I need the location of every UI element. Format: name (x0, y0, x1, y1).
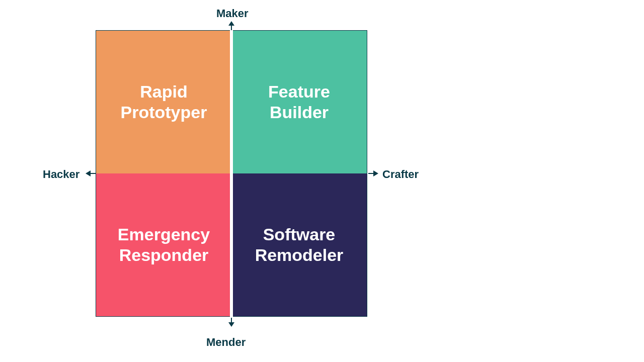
quadrant-bottom-left: Emergency Responder (96, 173, 231, 316)
quadrant-top-left: Rapid Prototyper (96, 31, 231, 173)
svg-marker-5 (86, 170, 91, 176)
axis-label-left: Hacker (43, 168, 79, 181)
arrow-up-icon (227, 21, 235, 30)
axis-label-bottom: Mender (206, 336, 246, 349)
quadrant-top-right: Feature Builder (231, 31, 367, 173)
axis-label-right: Crafter (382, 168, 419, 181)
arrow-down-icon (227, 318, 235, 327)
arrow-left-icon (86, 169, 96, 177)
quadrant-bottom-right: Software Remodeler (231, 173, 367, 316)
axis-label-top: Maker (216, 7, 249, 20)
vertical-divider (230, 30, 233, 317)
arrow-right-icon (368, 169, 378, 177)
svg-marker-7 (373, 170, 378, 176)
svg-marker-1 (228, 21, 234, 26)
quadrant-diagram: Rapid Prototyper Feature Builder Emergen… (0, 0, 644, 362)
svg-marker-3 (228, 322, 234, 327)
